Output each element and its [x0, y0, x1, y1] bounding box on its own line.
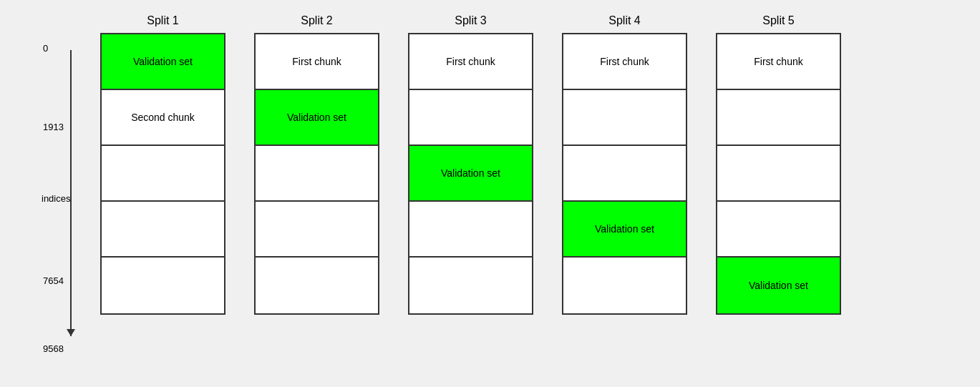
axis-label-1913: 1913 [43, 122, 64, 132]
block-1-1: Validation set [102, 34, 224, 90]
block-5-2 [717, 90, 840, 146]
block-3-5 [409, 258, 532, 313]
block-2-3 [256, 146, 378, 202]
split-column-3: Split 3First chunkValidation set [408, 14, 533, 315]
split-blocks-3: First chunkValidation set [408, 33, 533, 315]
split-blocks-4: First chunkValidation set [562, 33, 687, 315]
split-column-2: Split 2First chunkValidation set [254, 14, 379, 315]
block-4-4: Validation set [563, 202, 686, 258]
block-5-1: First chunk [717, 34, 840, 90]
split-blocks-2: First chunkValidation set [254, 33, 379, 315]
axis-label-indices: indices [42, 193, 70, 204]
split-title-1: Split 1 [147, 14, 178, 27]
block-5-3 [717, 146, 840, 202]
block-3-4 [409, 202, 532, 258]
block-3-2 [409, 90, 532, 146]
block-4-2 [563, 90, 686, 146]
diagram-container: 0 1913 indices 7654 9568 Split 1Validati… [0, 0, 980, 387]
block-1-3 [102, 146, 224, 202]
block-2-2: Validation set [256, 90, 378, 146]
block-5-5: Validation set [717, 258, 840, 313]
split-blocks-5: First chunkValidation set [716, 33, 841, 315]
split-title-2: Split 2 [301, 14, 332, 27]
block-3-1: First chunk [409, 34, 532, 90]
axis-label-0: 0 [43, 43, 48, 54]
axis-label-9568: 9568 [43, 343, 64, 354]
split-column-4: Split 4First chunkValidation set [562, 14, 687, 315]
block-4-1: First chunk [563, 34, 686, 90]
block-1-4 [102, 202, 224, 258]
split-column-1: Split 1Validation setSecond chunk [100, 14, 225, 315]
block-2-5 [256, 258, 378, 313]
axis-label-7654: 7654 [43, 275, 64, 286]
split-title-4: Split 4 [608, 14, 640, 27]
split-title-5: Split 5 [762, 14, 794, 27]
splits-area: Split 1Validation setSecond chunkSplit 2… [100, 14, 841, 315]
split-column-5: Split 5First chunkValidation set [716, 14, 841, 315]
block-5-4 [717, 202, 840, 258]
split-blocks-1: Validation setSecond chunk [100, 33, 225, 315]
axis-area: 0 1913 indices 7654 9568 [43, 43, 93, 351]
block-4-3 [563, 146, 686, 202]
block-1-5 [102, 258, 224, 313]
block-3-3: Validation set [409, 146, 532, 202]
block-1-2: Second chunk [102, 90, 224, 146]
block-2-4 [256, 202, 378, 258]
block-4-5 [563, 258, 686, 313]
split-title-3: Split 3 [455, 14, 486, 27]
block-2-1: First chunk [256, 34, 378, 90]
